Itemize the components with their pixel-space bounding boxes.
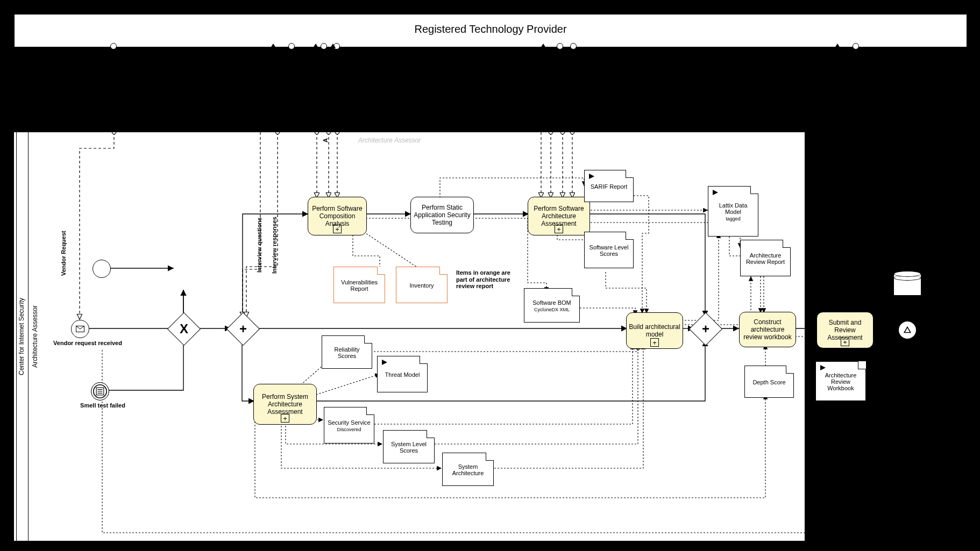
task-label: Build architectural model	[629, 323, 680, 338]
data-object-vulnerabilities-report: Vulnerabilities Report	[333, 267, 385, 303]
data-store-label: RABET-V Portal	[881, 298, 935, 304]
doc-label: Lattix Data Model	[712, 202, 755, 215]
pool-title-top: Registered Technology Provider	[15, 15, 967, 44]
doc-sublabel: tagged	[726, 216, 741, 221]
doc-label: Software BOM	[532, 299, 571, 306]
data-object-software-level-scores: Software Level Scores	[584, 232, 634, 268]
message-arrow-icon	[313, 44, 318, 48]
end-event-label: Architecture Review Completed	[879, 340, 938, 353]
message-arrow-icon	[541, 44, 546, 48]
data-store-rabet-v-portal	[893, 273, 921, 296]
gateway-exclusive: X	[167, 312, 201, 346]
lane-watermark: Architecture Assessor	[358, 137, 421, 144]
data-object-system-architecture: System Architecture	[442, 453, 494, 486]
task-perform-sast: Perform Static Application Security Test…	[410, 197, 474, 233]
task-label: Perform Software Architecture Assessment	[530, 205, 587, 227]
data-object-security-service: Security ServiceDiscovered	[324, 407, 374, 443]
pool-title-bottom: Center for Internet Security	[16, 132, 26, 541]
doc-sublabel: CycloneDX XML	[534, 307, 570, 312]
doc-label: System Architecture	[446, 463, 490, 476]
subprocess-marker-icon: +	[841, 338, 849, 346]
task-label: Perform System Architecture Assessment	[256, 393, 314, 416]
data-object-software-bom: Software BOMCycloneDX XML	[524, 288, 580, 323]
pool-center-for-internet-security: Center for Internet Security Architectur…	[13, 132, 805, 541]
message-anchor-icon	[570, 43, 577, 49]
start-event-none	[93, 260, 111, 278]
label-interview-questions: Interview questions	[256, 207, 262, 283]
message-anchor-icon	[321, 43, 327, 49]
data-object-depth-score: Depth Score	[744, 366, 794, 398]
data-object-architecture-review-report: Architecture Review Report	[740, 240, 791, 276]
data-object-sarif-report: SARIF Report	[584, 170, 634, 202]
data-object-lattix-data-model: Lattix Data Modeltagged	[708, 186, 758, 237]
task-label: Construct architecture review workbook	[742, 318, 793, 341]
message-arrow-icon	[271, 44, 276, 48]
message-anchor-icon	[288, 43, 295, 49]
task-perform-sca: Perform Software Composition Analysis+	[308, 197, 367, 235]
start-event-conditional-label: Smell test failed	[73, 402, 132, 409]
doc-label: Software Level Scores	[588, 244, 630, 257]
pool-registered-technology-provider: Registered Technology Provider	[13, 13, 968, 48]
connectors-layer	[14, 132, 805, 541]
start-event-conditional	[91, 382, 109, 400]
task-label: Perform Static Application Security Test…	[413, 204, 471, 226]
task-perform-software-architecture-assessment: Perform Software Architecture Assessment…	[528, 197, 590, 235]
data-object-reliability-scores: Reliability Scores	[322, 335, 372, 369]
annotation-orange-note: Items in orange are part of architecture…	[456, 269, 514, 290]
lane-architecture-assessor: Architecture Assessor	[28, 132, 41, 541]
data-object-architecture-review-workbook: Architecture Review Workbook	[815, 361, 866, 401]
doc-label: Architecture Review Workbook	[819, 372, 862, 391]
label-truncated: A	[322, 135, 329, 146]
message-anchor-icon	[853, 43, 859, 49]
subprocess-marker-icon: +	[333, 225, 342, 233]
message-arrow-icon	[835, 44, 840, 48]
doc-label: Architecture Review Report	[744, 252, 787, 265]
subprocess-marker-icon: +	[281, 414, 289, 423]
task-submit-and-review-assessment: Submit and Review Assessment+	[816, 312, 874, 348]
doc-label: System Level Scores	[387, 441, 431, 454]
doc-label: Vulnerabilities Report	[337, 279, 381, 292]
message-anchor-icon	[557, 43, 563, 49]
data-object-system-level-scores: System Level Scores	[383, 430, 435, 463]
doc-label: Inventory	[409, 282, 434, 289]
doc-label: Depth Score	[752, 379, 785, 385]
task-perform-system-architecture-assessment: Perform System Architecture Assessment+	[253, 384, 317, 425]
message-anchor-icon	[110, 43, 117, 49]
doc-sublabel: Discovered	[337, 427, 361, 432]
task-build-architectural-model: Build architectural model+	[626, 312, 683, 349]
start-event-message-label: Vendor request received	[53, 340, 123, 346]
gateway-parallel-split: +	[226, 312, 260, 346]
doc-label: SARIF Report	[591, 183, 627, 190]
end-event-signal	[897, 320, 918, 340]
subprocess-marker-icon: +	[555, 225, 563, 233]
doc-label: Security Service	[328, 419, 370, 426]
gateway-parallel-join: +	[689, 312, 722, 346]
subprocess-marker-icon: +	[650, 338, 659, 347]
task-construct-architecture-review-workbook: Construct architecture review workbook	[739, 312, 796, 347]
label-vendor-request: Vendor Request	[60, 216, 67, 291]
label-interview-responses: Interview responses	[271, 207, 278, 283]
data-object-inventory: Inventory	[396, 267, 448, 303]
doc-label: Reliability Scores	[325, 346, 368, 359]
data-object-threat-model: Threat Model	[377, 356, 428, 392]
message-arrow-icon	[330, 44, 336, 48]
doc-label: Threat Model	[385, 371, 420, 378]
task-label: Perform Software Composition Analysis	[310, 205, 364, 227]
start-event-message	[71, 320, 89, 338]
